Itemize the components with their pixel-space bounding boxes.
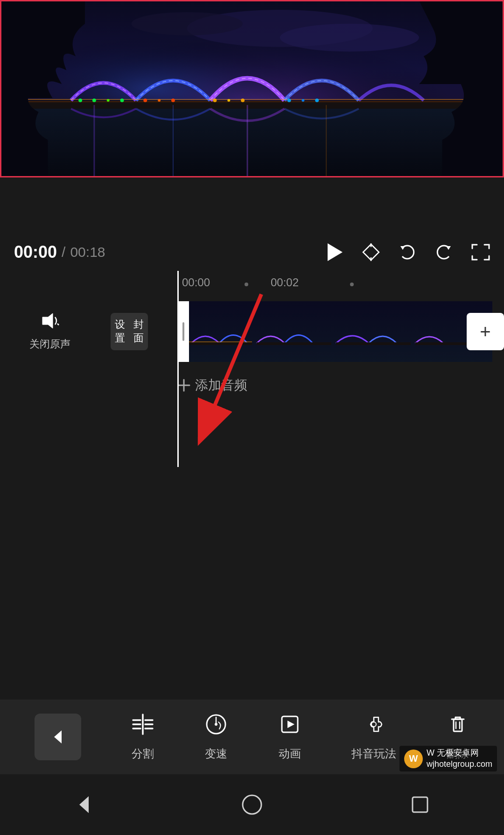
- watermark-logo: W: [404, 750, 423, 768]
- nav-home-button[interactable]: [236, 788, 268, 821]
- nav-back-button[interactable]: [68, 788, 100, 821]
- split-label: 分割: [132, 746, 154, 761]
- svg-point-4: [280, 24, 419, 52]
- douyin-label: 抖音玩法: [351, 746, 396, 761]
- svg-point-16: [107, 99, 110, 102]
- ruler-dot-1: [245, 283, 248, 286]
- svg-marker-31: [400, 246, 405, 250]
- svg-point-26: [315, 99, 319, 102]
- below-video-space: [0, 177, 504, 234]
- svg-rect-39: [257, 342, 331, 345]
- svg-marker-27: [328, 243, 343, 261]
- watermark: W W 无极安卓网 wjhotelgroup.com: [399, 746, 497, 771]
- douyin-icon: [362, 713, 385, 741]
- add-audio-label: 添加音频: [195, 376, 247, 394]
- svg-point-20: [171, 99, 175, 102]
- clip-thumbnail: 18.1s: [189, 301, 492, 362]
- add-audio-button[interactable]: 添加音频: [177, 376, 247, 394]
- svg-point-18: [143, 99, 147, 102]
- svg-rect-6: [1, 107, 503, 176]
- douyin-tool[interactable]: 抖音玩法: [351, 713, 396, 761]
- cover-icon: 设置 封面: [111, 313, 148, 350]
- svg-point-15: [92, 99, 96, 102]
- video-preview: [0, 0, 504, 177]
- time-sep: /: [62, 244, 65, 260]
- svg-rect-69: [413, 797, 427, 812]
- time-display: 00:00 / 00:18: [14, 242, 105, 262]
- ruler-dot-2: [350, 283, 354, 286]
- svg-rect-37: [189, 342, 252, 345]
- svg-point-5: [131, 12, 243, 35]
- svg-point-19: [158, 99, 161, 102]
- svg-marker-67: [79, 796, 89, 813]
- svg-marker-33: [42, 313, 53, 328]
- svg-point-24: [287, 99, 291, 102]
- video-track-row: 关闭原声 设置 封面 18.1s: [0, 294, 504, 369]
- speed-label: 变速: [205, 746, 227, 761]
- svg-point-14: [78, 99, 82, 102]
- redo-button[interactable]: [435, 243, 453, 261]
- undo-button[interactable]: [399, 243, 416, 261]
- svg-marker-32: [446, 246, 451, 250]
- total-time: 00:18: [70, 244, 105, 260]
- animation-tool[interactable]: 动画: [278, 713, 301, 761]
- split-icon: [131, 713, 154, 741]
- timeline-controls: 00:00 / 00:18: [0, 234, 504, 271]
- animation-label: 动画: [279, 746, 301, 761]
- svg-point-23: [241, 99, 245, 102]
- add-clip-button[interactable]: +: [467, 313, 504, 350]
- svg-point-59: [371, 722, 376, 727]
- current-time: 00:00: [14, 242, 57, 262]
- audio-track-row: 添加音频: [0, 369, 504, 402]
- fullscreen-button[interactable]: [471, 244, 490, 261]
- nav-recent-button[interactable]: [404, 788, 436, 821]
- mute-button[interactable]: 关闭原声: [29, 312, 70, 351]
- video-clip-track[interactable]: 18.1s: [177, 301, 504, 362]
- ruler-time-0: 00:00: [182, 276, 210, 289]
- track-labels: 关闭原声 设置 封面: [0, 294, 177, 369]
- svg-rect-36: [189, 301, 492, 362]
- timeline-ruler: 00:00 00:02: [0, 271, 504, 294]
- playback-controls: [326, 242, 490, 262]
- timeline-area: 00:00 00:02 关闭原声: [0, 271, 504, 467]
- svg-rect-40: [336, 342, 411, 345]
- animation-icon: [278, 713, 301, 741]
- clip-handle-left[interactable]: [177, 301, 189, 362]
- back-button[interactable]: [35, 714, 81, 760]
- svg-point-25: [301, 99, 304, 102]
- speed-tool[interactable]: 变速: [204, 713, 228, 761]
- svg-point-21: [213, 99, 217, 102]
- playhead: [177, 271, 179, 467]
- mute-label: 关闭原声: [29, 337, 70, 351]
- svg-rect-61: [454, 719, 462, 731]
- cover-button[interactable]: 设置 封面: [111, 313, 148, 350]
- svg-point-22: [227, 99, 230, 102]
- watermark-text: W 无极安卓网 wjhotelgroup.com: [427, 748, 492, 770]
- system-nav: [0, 774, 504, 835]
- speed-icon: [204, 713, 228, 741]
- keyframe-button[interactable]: [362, 243, 380, 261]
- play-button[interactable]: [326, 242, 343, 262]
- svg-point-17: [120, 99, 124, 102]
- ruler-time-2: 00:02: [271, 276, 299, 289]
- mute-icon: [41, 312, 59, 333]
- delete-icon: [446, 713, 469, 741]
- svg-marker-58: [287, 721, 294, 728]
- split-tool[interactable]: 分割: [131, 713, 154, 761]
- svg-line-35: [57, 324, 59, 325]
- svg-point-68: [243, 795, 261, 814]
- svg-marker-46: [54, 730, 62, 743]
